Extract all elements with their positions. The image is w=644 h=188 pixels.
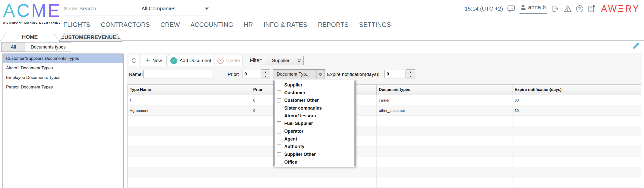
dropdown-option-label: Authority: [284, 144, 304, 149]
nav-item-contractors[interactable]: CONTRACTORS: [101, 21, 150, 28]
document-type-dropdown-button[interactable]: Document Typ...: [273, 69, 325, 79]
toolbar-panel: + New ✓ Add Document ✕ Delete Filter: Su…: [127, 53, 642, 84]
delete-button[interactable]: ✕ Delete: [215, 55, 243, 66]
x-circle-icon: ✕: [217, 58, 224, 64]
table-row[interactable]: f0carrier30: [128, 95, 641, 105]
subtab-documents-types[interactable]: Documents types: [25, 42, 71, 52]
checkbox-icon[interactable]: [277, 160, 281, 164]
subtab-all[interactable]: All: [1, 42, 25, 52]
table-cell: [512, 136, 641, 146]
sidebar-item-employee-documents-types[interactable]: Employee Documents Types: [3, 73, 123, 82]
table-cell: other_customer: [377, 105, 512, 115]
filter-label: Filter:: [250, 58, 262, 63]
add-document-button[interactable]: ✓ Add Document: [168, 55, 213, 66]
sidebar-item-customer-suppliers-documents-types[interactable]: Customer/Suppliers Documents Types: [3, 54, 123, 63]
warning-icon[interactable]: [564, 5, 572, 13]
table-cell: [251, 147, 272, 157]
delete-button-label: Delete: [226, 58, 240, 63]
column-header-prior[interactable]: Prior: [251, 85, 272, 95]
checkbox-icon[interactable]: [277, 152, 281, 157]
table-cell: [251, 167, 272, 177]
name-input[interactable]: [143, 70, 212, 78]
checkbox-icon[interactable]: [277, 121, 281, 126]
checkbox-icon[interactable]: [277, 98, 281, 103]
dropdown-option-operator[interactable]: Operator: [275, 127, 354, 135]
expire-step-up-button[interactable]: ▲: [406, 69, 415, 74]
table-row[interactable]: Agreement0other_customer30: [128, 105, 641, 116]
news-icon[interactable]: [587, 5, 596, 13]
nav-item-crew[interactable]: CREW: [160, 21, 180, 28]
dropdown-option-label: Operator: [284, 129, 303, 134]
dropdown-option-label: Aircraf lessors: [284, 113, 316, 119]
table-row[interactable]: [128, 116, 641, 126]
refresh-button[interactable]: [129, 55, 139, 66]
prior-step-up-button[interactable]: ▲: [261, 69, 270, 74]
dropdown-option-office[interactable]: Office: [275, 158, 354, 166]
check-circle-icon: ✓: [170, 57, 177, 64]
filter-select[interactable]: Supplier: [265, 56, 304, 65]
expire-step-down-button[interactable]: ▼: [406, 74, 415, 79]
tab-customerrevenue[interactable]: CUSTOMERREVENUE...: [59, 33, 122, 42]
column-header-expire-notification-days[interactable]: Expire notification(days): [512, 85, 641, 95]
checkbox-icon[interactable]: [277, 106, 281, 110]
table-cell: [512, 126, 641, 136]
table-row[interactable]: [128, 177, 641, 188]
table-cell: [128, 157, 251, 167]
dropdown-option-agent[interactable]: Agent: [275, 135, 354, 143]
logout-icon[interactable]: [551, 5, 559, 13]
table-cell: [377, 147, 512, 157]
document-types-table: Type NamePriorDocument typesExpire notif…: [127, 84, 641, 188]
nav-item-flights[interactable]: FLIGHTS: [63, 21, 90, 28]
prior-step-down-button[interactable]: ▼: [261, 74, 270, 79]
checkbox-icon[interactable]: [277, 114, 281, 118]
nav-item-reports[interactable]: REPORTS: [318, 21, 349, 28]
dropdown-option-supplier[interactable]: Supplier: [275, 81, 354, 89]
dropdown-option-fuel-supplier[interactable]: Fuel Supplier: [275, 120, 354, 127]
dropdown-option-label: Sister companies: [284, 106, 322, 111]
checkbox-icon[interactable]: [277, 137, 281, 141]
table-row[interactable]: [128, 136, 641, 147]
logo-letter: M: [31, 1, 48, 21]
table-row[interactable]: [128, 126, 641, 136]
tab-home[interactable]: HOME: [1, 33, 59, 41]
table-cell: 30: [512, 105, 641, 115]
column-header-type-name[interactable]: Type Name: [128, 85, 251, 95]
user-menu[interactable]: anna.b: [519, 4, 547, 14]
table-cell: [377, 167, 512, 177]
dropdown-option-label: Customer: [284, 90, 305, 96]
checkbox-icon[interactable]: [277, 129, 281, 133]
table-row[interactable]: [128, 157, 641, 167]
help-icon[interactable]: ?: [576, 5, 583, 12]
checkbox-icon[interactable]: [277, 83, 281, 87]
prior-input[interactable]: [242, 70, 260, 78]
expire-notification-input[interactable]: [384, 70, 406, 78]
checkbox-icon[interactable]: [277, 145, 281, 149]
chat-icon[interactable]: [507, 5, 515, 13]
chevron-down-icon: [205, 8, 209, 10]
table-row[interactable]: [128, 147, 641, 157]
checkbox-icon[interactable]: [277, 90, 281, 95]
dropdown-option-customer[interactable]: Customer: [275, 89, 354, 97]
table-cell: [512, 167, 641, 177]
dropdown-option-authority[interactable]: Authority: [275, 143, 354, 151]
table-cell: [377, 157, 512, 167]
new-button[interactable]: + New: [141, 55, 167, 66]
nav-item-info-rates[interactable]: INFO & RATES: [264, 21, 307, 28]
nav-item-settings[interactable]: SETTINGS: [359, 21, 391, 28]
column-header-document-types[interactable]: Document types: [377, 85, 512, 95]
dropdown-option-supplier-other[interactable]: Supplier Other: [275, 151, 354, 158]
dropdown-option-sister-companies[interactable]: Sister companies: [275, 104, 354, 112]
company-selector[interactable]: All Companies: [141, 4, 210, 16]
dropdown-option-aircraf-lessors[interactable]: Aircraf lessors: [275, 112, 354, 120]
edit-pencil-icon[interactable]: [631, 41, 640, 50]
nav-item-hr[interactable]: HR: [244, 21, 253, 28]
tab-bar: HOME CUSTOMERREVENUE...: [0, 32, 644, 41]
super-search-input[interactable]: [63, 4, 136, 16]
sidebar-item-aircraft-document-types[interactable]: Aircraft Document Types: [3, 63, 123, 73]
sidebar-item-person-document-types[interactable]: Person Document Types: [3, 82, 123, 92]
acme-logo-tagline: A COMPANY MAKING EVERYTHING: [3, 21, 62, 24]
app-screen: ACME A COMPANY MAKING EVERYTHING All Com…: [0, 0, 644, 188]
dropdown-option-customer-other[interactable]: Customer Other: [275, 97, 354, 104]
nav-item-accounting[interactable]: ACCOUNTING: [190, 21, 233, 28]
table-row[interactable]: [128, 167, 641, 177]
